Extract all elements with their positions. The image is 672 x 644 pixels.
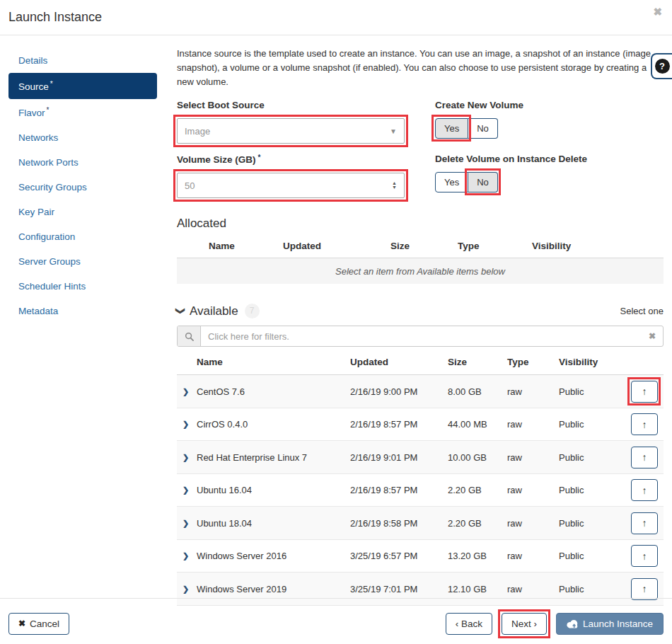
boot-source-select[interactable]: Image ▼: [177, 118, 405, 144]
select-one-hint: Select one: [620, 306, 664, 316]
filter-bar: ✖: [177, 326, 664, 347]
table-row: ❯ Red Hat Enterprise Linux 7 2/16/19 9:0…: [177, 441, 664, 474]
table-row: ❯ Ubuntu 18.04 2/16/19 8:58 PM 2.20 GB r…: [177, 507, 664, 540]
sidebar-item-configuration[interactable]: Configuration: [8, 224, 157, 249]
source-description: Instance source is the template used to …: [177, 47, 664, 89]
available-title: Available: [190, 304, 238, 318]
cloud-upload-icon: [567, 619, 579, 628]
image-type: raw: [507, 551, 559, 561]
expand-chevron-icon[interactable]: ❯: [183, 453, 197, 462]
launch-instance-button[interactable]: Launch Instance: [556, 613, 664, 635]
expand-chevron-icon[interactable]: ❯: [183, 485, 197, 495]
available-headline: ❯ Available 7 Select one: [177, 304, 664, 318]
next-button[interactable]: Next ›: [502, 613, 547, 635]
image-name: Windows Server 2019: [197, 584, 350, 594]
help-button[interactable]: ?: [651, 53, 672, 79]
create-volume-toggle: Yes No: [435, 118, 498, 139]
allocate-up-arrow-button[interactable]: ↑: [631, 479, 658, 501]
expand-chevron-icon[interactable]: ❯: [183, 519, 197, 528]
number-stepper-icon[interactable]: ▲▼: [392, 181, 397, 190]
create-volume-no-button[interactable]: No: [468, 118, 498, 139]
expand-chevron-icon[interactable]: ❯: [183, 387, 197, 396]
image-size: 2.20 GB: [448, 518, 507, 529]
available-count-badge: 7: [245, 304, 260, 318]
table-row: ❯ CentOS 7.6 2/16/19 9:00 PM 8.00 GB raw…: [177, 375, 664, 408]
collapse-chevron-icon[interactable]: ❯: [175, 307, 186, 315]
expand-chevron-icon[interactable]: ❯: [183, 551, 197, 560]
sidebar-item-source[interactable]: Source*: [8, 73, 157, 99]
filter-input[interactable]: [201, 326, 649, 346]
allocate-up-arrow-button[interactable]: ↑: [631, 413, 658, 435]
image-visibility: Public: [559, 551, 621, 561]
image-visibility: Public: [559, 518, 621, 529]
allocate-up-arrow-button[interactable]: ↑: [631, 512, 658, 534]
allocated-col-updated: Updated: [283, 241, 390, 251]
sidebar-item-server-groups[interactable]: Server Groups: [8, 249, 157, 274]
allocated-title: Allocated: [177, 217, 664, 231]
delete-volume-toggle: Yes No: [435, 172, 498, 192]
image-updated: 3/25/19 6:57 PM: [350, 551, 448, 561]
available-col-name: Name: [197, 357, 350, 367]
available-col-updated: Updated: [350, 357, 448, 367]
image-visibility: Public: [559, 485, 621, 495]
image-updated: 2/16/19 9:01 PM: [350, 452, 448, 463]
sidebar-item-network-ports[interactable]: Network Ports: [8, 150, 157, 175]
sidebar-item-scheduler-hints[interactable]: Scheduler Hints: [8, 274, 157, 299]
image-updated: 2/16/19 8:58 PM: [350, 518, 448, 529]
sidebar-item-key-pair[interactable]: Key Pair: [8, 200, 157, 224]
clear-filter-icon[interactable]: ✖: [649, 331, 656, 341]
delete-volume-yes-button[interactable]: Yes: [435, 172, 468, 192]
expand-chevron-icon[interactable]: ❯: [183, 420, 197, 429]
delete-volume-label: Delete Volume on Instance Delete: [435, 154, 587, 164]
image-updated: 2/16/19 9:00 PM: [350, 386, 448, 397]
volume-size-value: 50: [185, 180, 195, 191]
sidebar-item-networks[interactable]: Networks: [8, 125, 157, 150]
image-name: CentOS 7.6: [197, 386, 350, 397]
image-updated: 2/16/19 8:57 PM: [350, 485, 448, 495]
image-name: Windows Server 2016: [197, 551, 350, 561]
available-col-visibility: Visibility: [559, 357, 621, 367]
image-type: raw: [507, 452, 559, 463]
expand-chevron-icon[interactable]: ❯: [183, 585, 197, 594]
allocated-col-size: Size: [390, 241, 458, 251]
image-type: raw: [507, 518, 559, 529]
sidebar-item-security-groups[interactable]: Security Groups: [8, 175, 157, 200]
create-volume-yes-button[interactable]: Yes: [435, 118, 468, 139]
modal-header: Launch Instance ✖: [0, 0, 672, 35]
available-table-header: Name Updated Size Type Visibility: [177, 347, 664, 375]
allocate-up-arrow-button[interactable]: ↑: [631, 447, 658, 468]
image-type: raw: [507, 584, 559, 594]
allocated-col-name: Name: [209, 241, 283, 251]
image-visibility: Public: [559, 419, 621, 430]
allocate-up-arrow-button[interactable]: ↑: [631, 578, 658, 600]
sidebar-item-flavor[interactable]: Flavor*: [8, 99, 157, 125]
image-name: CirrOS 0.4.0: [197, 419, 350, 430]
sidebar-item-metadata[interactable]: Metadata: [8, 299, 157, 323]
allocate-up-arrow-button[interactable]: ↑: [631, 381, 658, 403]
volume-size-label: Volume Size (GB)*: [177, 154, 412, 165]
image-size: 10.00 GB: [448, 452, 507, 463]
page-title: Launch Instance: [8, 10, 664, 25]
allocated-col-visibility: Visibility: [532, 241, 664, 251]
image-size: 2.20 GB: [448, 485, 507, 495]
cancel-button[interactable]: ✖ Cancel: [8, 613, 69, 635]
search-icon[interactable]: [178, 326, 201, 346]
delete-volume-no-button[interactable]: No: [468, 172, 498, 192]
close-icon[interactable]: ✖: [653, 6, 662, 18]
sidebar-item-details[interactable]: Details: [8, 47, 157, 73]
available-col-size: Size: [448, 357, 507, 367]
available-table-body: ❯ CentOS 7.6 2/16/19 9:00 PM 8.00 GB raw…: [177, 375, 664, 606]
boot-source-value: Image: [185, 126, 210, 137]
back-button[interactable]: ‹ Back: [446, 613, 492, 635]
volume-size-input[interactable]: 50 ▲▼: [177, 173, 405, 198]
image-size: 12.10 GB: [448, 584, 507, 594]
allocated-col-type: Type: [458, 241, 532, 251]
image-type: raw: [507, 419, 559, 430]
image-size: 44.00 MB: [448, 419, 507, 430]
image-name: Ubuntu 16.04: [197, 485, 350, 495]
image-visibility: Public: [559, 584, 621, 594]
image-type: raw: [507, 485, 559, 495]
image-visibility: Public: [559, 386, 621, 397]
allocate-up-arrow-button[interactable]: ↑: [631, 545, 658, 567]
table-row: ❯ CirrOS 0.4.0 2/16/19 8:57 PM 44.00 MB …: [177, 408, 664, 442]
